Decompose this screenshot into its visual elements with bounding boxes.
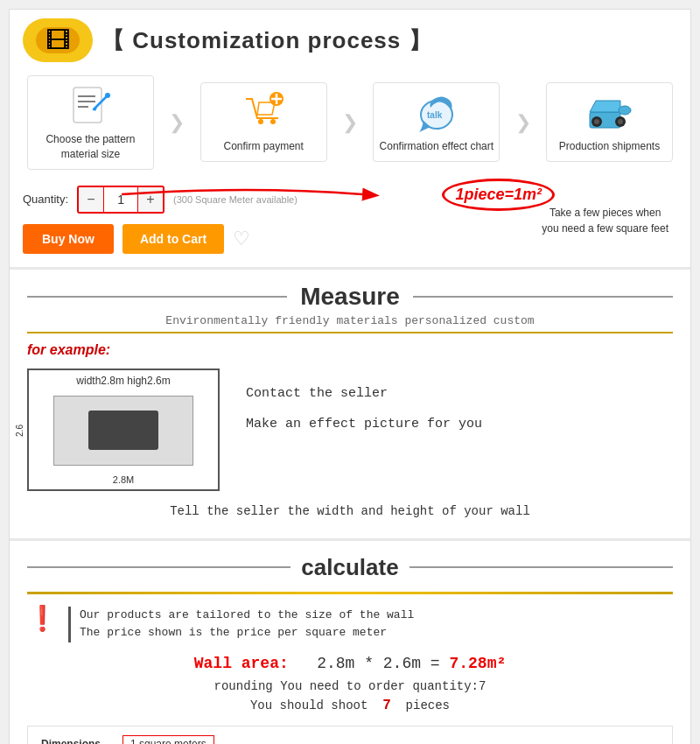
measure-line-left <box>27 296 287 298</box>
order-qty-text: rounding You need to order quantity:7 <box>27 679 673 693</box>
wall-area: Wall area: 2.8m * 2.6m = 7.28m² <box>27 655 673 672</box>
measure-line-right <box>413 296 673 298</box>
svg-rect-15 <box>619 106 631 115</box>
calc-title-row: calculate <box>27 554 673 581</box>
step-3-icon: talk <box>415 90 458 134</box>
step-3: talk Confirmation effect chart <box>373 82 500 162</box>
arrow-2: ❯ <box>342 111 358 134</box>
quantity-decrease-button[interactable]: − <box>79 187 103 212</box>
add-to-cart-button[interactable]: Add to Cart <box>122 224 224 254</box>
step-2-label: Confirm payment <box>223 139 303 154</box>
tv-icon <box>88 411 158 450</box>
dimensions-label: Dimensions <box>41 735 111 744</box>
step-1-label: Choose the pattern material size <box>32 132 149 162</box>
measure-title: Measure <box>300 283 400 311</box>
dimensions-badge: 1 square meters <box>122 735 214 744</box>
contact-line-2: Make an effect picture for you <box>246 417 673 432</box>
measure-section: Measure Environmentally friendly materia… <box>10 270 690 541</box>
take-note: Take a few pieces whenyou need a few squ… <box>542 205 668 236</box>
room-diagram: width2.8m high2.6m 2.6 2.8M <box>27 368 220 491</box>
main-container: 【 Customization process 】 <box>9 9 691 744</box>
width-label: 2.8M <box>33 474 214 485</box>
quantity-row: Quantity: − + (300 Square Meter availabl… <box>23 186 677 214</box>
process-steps: Choose the pattern material size ❯ Confi… <box>23 75 677 170</box>
height-label: 2.6 <box>15 425 24 437</box>
shoot-number: 7 <box>382 698 391 713</box>
seller-instruction: Tell the seller the width and height of … <box>27 504 673 518</box>
calc-line-left <box>27 566 290 568</box>
warning-box: ❗ Our products are tailored to the size … <box>27 607 673 643</box>
contact-line-1: Contact the seller <box>246 386 673 401</box>
page-title: 【 Customization process 】 <box>102 25 432 56</box>
calc-title: calculate <box>301 554 398 581</box>
dimensions-row: Dimensions 1 square meters <box>41 735 659 744</box>
shoot-text: You should shoot 7 pieces <box>27 698 673 713</box>
wall-area-text: Wall area: 2.8m * 2.6m = 7.28m² <box>194 655 506 672</box>
piece-badge: 1piece=1m² <box>442 179 555 211</box>
calculate-section: calculate ❗ Our products are tailored to… <box>10 541 690 744</box>
tape-measure-icon <box>23 18 93 62</box>
wall-area-formula: 2.8m * 2.6m = 7.28m² <box>317 655 506 672</box>
bottom-form: Dimensions 1 square meters Shipping: Fre… <box>27 726 673 744</box>
svg-point-12 <box>618 119 623 124</box>
red-arrow <box>117 181 380 207</box>
wall-area-result: 7.28m² <box>449 655 506 672</box>
contact-info: Contact the seller Make an effect pictur… <box>246 386 673 432</box>
wishlist-icon[interactable]: ♡ <box>233 228 250 250</box>
calc-line-right <box>410 566 673 568</box>
dimensions-value: 1 square meters <box>120 735 214 744</box>
warning-text: Our products are tailored to the size of… <box>80 607 414 643</box>
quantity-label: Quantity: <box>23 193 68 206</box>
step-2: Confirm payment <box>200 82 327 162</box>
exclamation-icon: ❗ <box>27 607 58 631</box>
wall-area-label: Wall area: <box>194 655 289 672</box>
top-section: 【 Customization process 】 <box>10 10 690 270</box>
warning-border: Our products are tailored to the size of… <box>68 607 414 643</box>
step-3-label: Confirmation effect chart <box>380 139 494 154</box>
example-content: width2.8m high2.6m 2.6 2.8M Contact the … <box>27 368 673 491</box>
arrow-3: ❯ <box>515 111 531 134</box>
arrow-1: ❯ <box>169 111 185 134</box>
step-1-icon <box>69 83 113 127</box>
step-1: Choose the pattern material size <box>27 75 154 170</box>
step-4-label: Production shipments <box>559 139 660 154</box>
step-4: Production shipments <box>546 82 673 162</box>
step-4-icon <box>585 90 634 134</box>
diagram-label: width2.8m high2.6m <box>33 375 214 387</box>
buy-now-button[interactable]: Buy Now <box>23 224 114 254</box>
for-example-label: for example: <box>27 342 673 358</box>
room-inner <box>53 396 193 466</box>
step-2-icon <box>242 90 285 134</box>
svg-text:talk: talk <box>427 110 443 120</box>
svg-point-4 <box>105 93 110 98</box>
svg-point-7 <box>270 119 276 124</box>
header-row: 【 Customization process 】 <box>23 18 677 62</box>
yellow-line <box>27 592 673 594</box>
measure-title-row: Measure <box>27 283 673 311</box>
svg-point-14 <box>594 119 599 124</box>
measure-subtitle: Environmentally friendly materials perso… <box>27 314 673 333</box>
svg-point-6 <box>258 119 263 124</box>
